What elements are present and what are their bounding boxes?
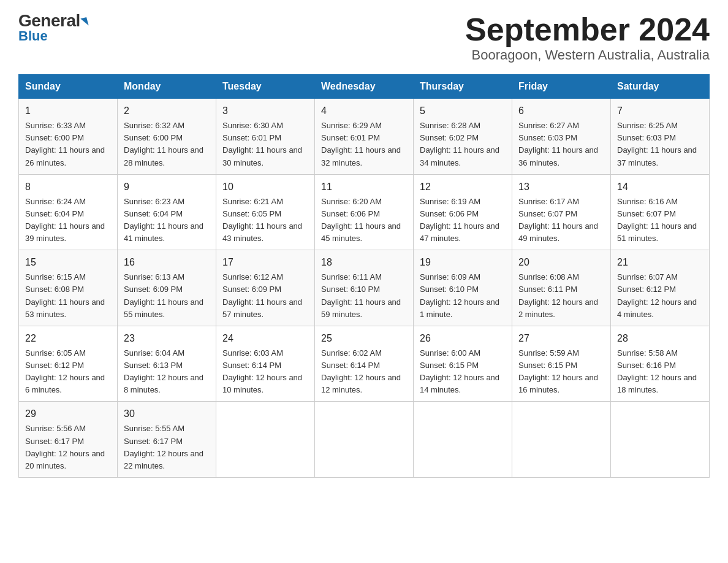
day-info: Sunrise: 6:33 AMSunset: 6:00 PMDaylight:… — [25, 120, 111, 169]
day-number: 17 — [222, 255, 308, 270]
day-info: Sunrise: 5:56 AMSunset: 6:17 PMDaylight:… — [25, 423, 111, 472]
day-number: 29 — [25, 407, 111, 421]
table-row: 6 Sunrise: 6:27 AMSunset: 6:03 PMDayligh… — [512, 99, 611, 175]
day-info: Sunrise: 6:12 AMSunset: 6:09 PMDaylight:… — [222, 271, 308, 321]
day-info: Sunrise: 6:30 AMSunset: 6:01 PMDaylight:… — [222, 120, 308, 169]
day-number: 2 — [124, 104, 210, 118]
day-info: Sunrise: 6:20 AMSunset: 6:06 PMDaylight:… — [321, 196, 407, 245]
day-info: Sunrise: 6:28 AMSunset: 6:02 PMDaylight:… — [420, 120, 506, 169]
day-number: 30 — [124, 407, 210, 421]
table-row: 3 Sunrise: 6:30 AMSunset: 6:01 PMDayligh… — [216, 99, 315, 175]
day-info: Sunrise: 6:04 AMSunset: 6:13 PMDaylight:… — [124, 347, 210, 397]
table-row: 21 Sunrise: 6:07 AMSunset: 6:12 PMDaylig… — [611, 250, 710, 326]
day-number: 1 — [25, 104, 111, 118]
title-block: September 2024 Booragoon, Western Austra… — [465, 12, 710, 63]
col-tuesday: Tuesday — [216, 75, 315, 99]
day-number: 9 — [124, 180, 210, 194]
table-row: 4 Sunrise: 6:29 AMSunset: 6:01 PMDayligh… — [315, 99, 414, 175]
day-number: 25 — [321, 331, 407, 346]
logo-top: General — [18, 12, 88, 29]
day-info: Sunrise: 6:05 AMSunset: 6:12 PMDaylight:… — [25, 347, 111, 397]
table-row: 18 Sunrise: 6:11 AMSunset: 6:10 PMDaylig… — [315, 250, 414, 326]
day-number: 6 — [518, 104, 604, 118]
day-info: Sunrise: 6:03 AMSunset: 6:14 PMDaylight:… — [222, 347, 308, 397]
day-number: 23 — [124, 331, 210, 346]
calendar-row-2: 8 Sunrise: 6:24 AMSunset: 6:04 PMDayligh… — [19, 174, 710, 250]
calendar-header-row: Sunday Monday Tuesday Wednesday Thursday… — [19, 75, 710, 99]
day-info: Sunrise: 5:55 AMSunset: 6:17 PMDaylight:… — [124, 423, 210, 472]
day-info: Sunrise: 6:16 AMSunset: 6:07 PMDaylight:… — [617, 196, 703, 245]
day-info: Sunrise: 6:11 AMSunset: 6:10 PMDaylight:… — [321, 271, 407, 321]
day-info: Sunrise: 6:23 AMSunset: 6:04 PMDaylight:… — [124, 196, 210, 245]
day-info: Sunrise: 6:08 AMSunset: 6:11 PMDaylight:… — [518, 271, 604, 321]
logo: General Blue — [18, 12, 88, 44]
day-info: Sunrise: 6:02 AMSunset: 6:14 PMDaylight:… — [321, 347, 407, 397]
day-info: Sunrise: 6:17 AMSunset: 6:07 PMDaylight:… — [518, 196, 604, 245]
logo-blue: Blue — [18, 28, 48, 44]
calendar-row-4: 22 Sunrise: 6:05 AMSunset: 6:12 PMDaylig… — [19, 326, 710, 402]
day-number: 24 — [222, 331, 308, 346]
table-row — [414, 402, 512, 478]
table-row: 9 Sunrise: 6:23 AMSunset: 6:04 PMDayligh… — [118, 174, 216, 250]
col-friday: Friday — [512, 75, 611, 99]
col-wednesday: Wednesday — [315, 75, 414, 99]
day-number: 12 — [420, 180, 506, 194]
calendar-row-1: 1 Sunrise: 6:33 AMSunset: 6:00 PMDayligh… — [19, 99, 710, 175]
day-number: 21 — [617, 255, 703, 270]
table-row: 5 Sunrise: 6:28 AMSunset: 6:02 PMDayligh… — [414, 99, 512, 175]
day-number: 18 — [321, 255, 407, 270]
table-row: 7 Sunrise: 6:25 AMSunset: 6:03 PMDayligh… — [611, 99, 710, 175]
day-number: 16 — [124, 255, 210, 270]
calendar-subtitle: Booragoon, Western Australia, Australia — [465, 47, 710, 63]
table-row — [315, 402, 414, 478]
day-number: 10 — [222, 180, 308, 194]
day-number: 5 — [420, 104, 506, 118]
table-row — [611, 402, 710, 478]
day-info: Sunrise: 6:07 AMSunset: 6:12 PMDaylight:… — [617, 271, 703, 321]
table-row: 16 Sunrise: 6:13 AMSunset: 6:09 PMDaylig… — [118, 250, 216, 326]
day-number: 13 — [518, 180, 604, 194]
table-row: 8 Sunrise: 6:24 AMSunset: 6:04 PMDayligh… — [19, 174, 118, 250]
day-info: Sunrise: 6:25 AMSunset: 6:03 PMDaylight:… — [617, 120, 703, 169]
day-info: Sunrise: 6:09 AMSunset: 6:10 PMDaylight:… — [420, 271, 506, 321]
day-info: Sunrise: 6:27 AMSunset: 6:03 PMDaylight:… — [518, 120, 604, 169]
table-row: 28 Sunrise: 5:58 AMSunset: 6:16 PMDaylig… — [611, 326, 710, 402]
day-number: 22 — [25, 331, 111, 346]
day-number: 7 — [617, 104, 703, 118]
calendar-table: Sunday Monday Tuesday Wednesday Thursday… — [18, 74, 710, 478]
table-row: 23 Sunrise: 6:04 AMSunset: 6:13 PMDaylig… — [118, 326, 216, 402]
day-number: 3 — [222, 104, 308, 118]
table-row: 27 Sunrise: 5:59 AMSunset: 6:15 PMDaylig… — [512, 326, 611, 402]
day-number: 11 — [321, 180, 407, 194]
table-row: 2 Sunrise: 6:32 AMSunset: 6:00 PMDayligh… — [118, 99, 216, 175]
table-row: 20 Sunrise: 6:08 AMSunset: 6:11 PMDaylig… — [512, 250, 611, 326]
col-saturday: Saturday — [611, 75, 710, 99]
table-row: 25 Sunrise: 6:02 AMSunset: 6:14 PMDaylig… — [315, 326, 414, 402]
day-info: Sunrise: 5:58 AMSunset: 6:16 PMDaylight:… — [617, 347, 703, 397]
day-number: 14 — [617, 180, 703, 194]
day-info: Sunrise: 6:00 AMSunset: 6:15 PMDaylight:… — [420, 347, 506, 397]
day-number: 27 — [518, 331, 604, 346]
table-row: 30 Sunrise: 5:55 AMSunset: 6:17 PMDaylig… — [118, 402, 216, 478]
table-row — [512, 402, 611, 478]
page-header: General Blue September 2024 Booragoon, W… — [18, 12, 710, 63]
col-monday: Monday — [118, 75, 216, 99]
table-row: 19 Sunrise: 6:09 AMSunset: 6:10 PMDaylig… — [414, 250, 512, 326]
day-info: Sunrise: 6:15 AMSunset: 6:08 PMDaylight:… — [25, 271, 111, 321]
day-info: Sunrise: 6:32 AMSunset: 6:00 PMDaylight:… — [124, 120, 210, 169]
calendar-title: September 2024 — [465, 12, 710, 47]
day-number: 26 — [420, 331, 506, 346]
table-row: 13 Sunrise: 6:17 AMSunset: 6:07 PMDaylig… — [512, 174, 611, 250]
calendar-row-3: 15 Sunrise: 6:15 AMSunset: 6:08 PMDaylig… — [19, 250, 710, 326]
table-row: 17 Sunrise: 6:12 AMSunset: 6:09 PMDaylig… — [216, 250, 315, 326]
day-info: Sunrise: 6:21 AMSunset: 6:05 PMDaylight:… — [222, 196, 308, 245]
day-info: Sunrise: 6:29 AMSunset: 6:01 PMDaylight:… — [321, 120, 407, 169]
table-row: 10 Sunrise: 6:21 AMSunset: 6:05 PMDaylig… — [216, 174, 315, 250]
table-row: 15 Sunrise: 6:15 AMSunset: 6:08 PMDaylig… — [19, 250, 118, 326]
table-row — [216, 402, 315, 478]
logo-general: General — [18, 11, 80, 30]
day-number: 15 — [25, 255, 111, 270]
day-info: Sunrise: 6:19 AMSunset: 6:06 PMDaylight:… — [420, 196, 506, 245]
table-row: 26 Sunrise: 6:00 AMSunset: 6:15 PMDaylig… — [414, 326, 512, 402]
table-row: 29 Sunrise: 5:56 AMSunset: 6:17 PMDaylig… — [19, 402, 118, 478]
